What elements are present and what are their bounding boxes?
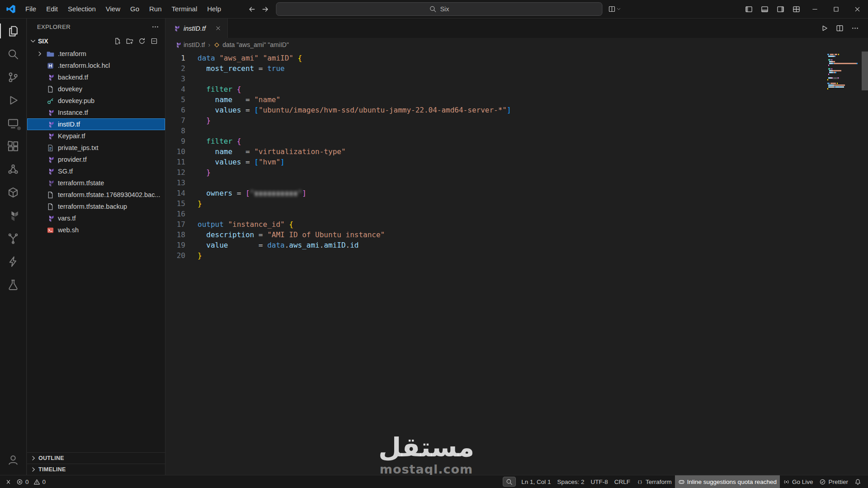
timeline-section[interactable]: TIMELINE <box>27 464 165 475</box>
go-back-button[interactable] <box>245 0 259 18</box>
command-center-search[interactable]: Six <box>276 2 603 16</box>
code-line-19: 19 value = data.aws_ami.amiID.id <box>166 240 868 250</box>
file-.terraform[interactable]: .terraform <box>27 48 165 60</box>
tab-close-button[interactable] <box>213 23 223 33</box>
file-label: .terraform <box>58 50 89 57</box>
customize-layout-button[interactable] <box>788 0 804 18</box>
menu-terminal[interactable]: Terminal <box>167 0 203 18</box>
toggle-secondary-sidebar-button[interactable] <box>773 0 788 18</box>
problems-warnings[interactable]: 0 <box>31 475 48 488</box>
minimap[interactable] <box>827 54 860 90</box>
file-terraform.tfstate[interactable]: terraform.tfstate <box>27 177 165 189</box>
accounts-activity-button[interactable] <box>0 448 27 471</box>
folder-root-row[interactable]: SIX <box>27 35 165 47</box>
thunder-client-activity-button[interactable] <box>0 250 27 273</box>
minimize-button[interactable] <box>804 0 826 18</box>
file-terraform.tfstate.1768930402.bac...[interactable]: terraform.tfstate.1768930402.bac... <box>27 189 165 201</box>
refresh-explorer-button[interactable] <box>137 36 148 47</box>
remote-window[interactable] <box>3 475 14 488</box>
chevron-down-icon <box>29 38 37 45</box>
outline-section[interactable]: OUTLINE <box>27 452 165 464</box>
language-mode[interactable]: {}Terraform <box>633 475 675 488</box>
problems-errors[interactable]: 0 <box>14 475 31 488</box>
inline-suggestions-quota[interactable]: Inline suggestions quota reached <box>675 475 780 488</box>
toggle-primary-sidebar-button[interactable] <box>741 0 757 18</box>
line-number: 15 <box>166 198 198 209</box>
menu-run[interactable]: Run <box>144 0 167 18</box>
menu-view[interactable]: View <box>101 0 125 18</box>
breadcrumb-item[interactable]: instID.tf <box>175 41 205 48</box>
indentation[interactable]: Spaces: 2 <box>554 475 587 488</box>
explorer-sidebar: EXPLORER SIX .terraform.terraform.lock.h… <box>27 19 165 475</box>
run-file-button[interactable] <box>816 19 832 38</box>
go-forward-button[interactable] <box>259 0 272 18</box>
status-bar-right: Ln 1, Col 1Spaces: 2UTF-8CRLF{}Terraform… <box>503 475 868 488</box>
maximize-button[interactable] <box>826 0 847 18</box>
file-provider.tf[interactable]: provider.tf <box>27 154 165 165</box>
extensions-activity-button[interactable] <box>0 135 27 158</box>
source-control-activity-button[interactable] <box>0 66 27 89</box>
code-area[interactable]: 1data "aws_ami" "amiID" {2 most_recent =… <box>166 52 868 475</box>
file-backend.tf[interactable]: backend.tf <box>27 71 165 83</box>
labs-activity-button[interactable] <box>0 273 27 296</box>
split-editor-icon <box>609 5 616 13</box>
tab-instid-tf[interactable]: instID.tf <box>166 19 228 38</box>
split-editor-button[interactable] <box>832 19 847 38</box>
line-number: 19 <box>166 240 198 250</box>
run-and-debug-activity-button[interactable] <box>0 89 27 112</box>
testing-activity-button[interactable] <box>0 158 27 181</box>
file-label: private_ips.txt <box>58 144 101 151</box>
notifications[interactable] <box>851 475 864 488</box>
editor-group: instID.tf instID.tf›data "aws_ami" "amiI… <box>166 19 868 475</box>
file-dovekey.pub[interactable]: dovekey.pub <box>27 95 165 107</box>
history-nav <box>245 0 272 18</box>
close-button[interactable] <box>847 0 868 18</box>
zoom-indicator[interactable] <box>503 477 516 487</box>
file-terraform.tfstate.backup[interactable]: terraform.tfstate.backup <box>27 201 165 212</box>
go-live[interactable]: Go Live <box>780 475 816 488</box>
bell-icon <box>854 479 861 485</box>
file-label: terraform.tfstate <box>58 179 107 187</box>
explorer-more-actions-button[interactable] <box>149 20 161 33</box>
cursor-position[interactable]: Ln 1, Col 1 <box>518 475 554 488</box>
new-folder-button[interactable] <box>125 36 136 47</box>
breadcrumb-item[interactable]: data "aws_ami" "amiID" <box>213 41 289 48</box>
menu-file[interactable]: File <box>20 0 41 18</box>
menu-help[interactable]: Help <box>202 0 226 18</box>
editor-actions <box>816 19 868 38</box>
file-Keypair.tf[interactable]: Keypair.tf <box>27 130 165 142</box>
collapse-folders-button[interactable] <box>149 36 160 47</box>
chevron-right-icon <box>36 50 43 57</box>
docker-activity-button[interactable] <box>0 181 27 204</box>
encoding[interactable]: UTF-8 <box>588 475 611 488</box>
menu-edit[interactable]: Edit <box>41 0 63 18</box>
new-file-button[interactable] <box>113 36 124 47</box>
editor-more-actions-button[interactable] <box>847 19 863 38</box>
explorer-title-actions <box>149 20 161 33</box>
editor-scrollbar[interactable] <box>862 52 868 90</box>
menu-selection[interactable]: Selection <box>63 0 101 18</box>
menu-go[interactable]: Go <box>125 0 144 18</box>
file-web.sh[interactable]: web.sh <box>27 224 165 236</box>
symbol-struct-icon <box>213 42 220 48</box>
file-.terraform.lock.hcl[interactable]: .terraform.lock.hcl <box>27 60 165 71</box>
file-vars.tf[interactable]: vars.tf <box>27 212 165 224</box>
remote-explorer-activity-button[interactable] <box>0 112 27 135</box>
prettier[interactable]: Prettier <box>816 475 851 488</box>
editor-layout-button[interactable] <box>607 4 623 14</box>
terraform-activity-button[interactable] <box>0 204 27 227</box>
file-SG.tf[interactable]: SG.tf <box>27 165 165 177</box>
file-instID.tf[interactable]: instID.tf <box>27 118 165 130</box>
file-private_ips.txt[interactable]: private_ips.txt <box>27 142 165 154</box>
activity-bar <box>0 19 27 475</box>
file-Instance.tf[interactable]: Instance.tf <box>27 107 165 118</box>
file-dovekey[interactable]: dovekey <box>27 83 165 95</box>
toggle-panel-button[interactable] <box>757 0 773 18</box>
branch-y-icon <box>7 233 19 244</box>
line-number: 5 <box>166 94 198 105</box>
file-label: .terraform.lock.hcl <box>58 62 113 69</box>
explorer-activity-button[interactable] <box>0 19 27 42</box>
search-activity-button[interactable] <box>0 42 27 66</box>
pipelines-activity-button[interactable] <box>0 227 27 250</box>
end-of-line[interactable]: CRLF <box>611 475 633 488</box>
